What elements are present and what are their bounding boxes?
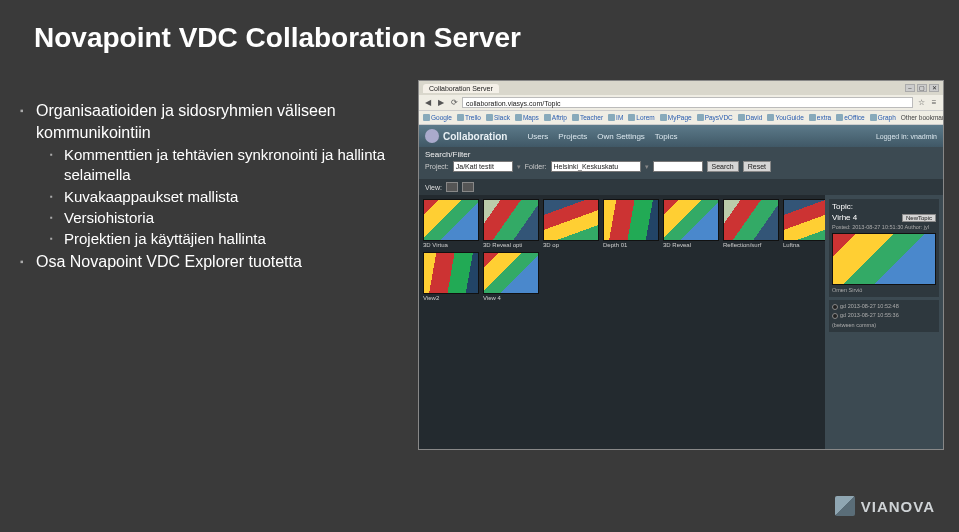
- bookmark-item[interactable]: Lorem: [628, 114, 654, 121]
- browser-tabstrip: Collaboration Server – ▢ ✕: [419, 81, 943, 95]
- bookmark-item[interactable]: PaysVDC: [697, 114, 733, 121]
- tab-projects[interactable]: Projects: [558, 132, 587, 141]
- thumbnail-item[interactable]: 3D op: [543, 199, 599, 248]
- thumbnail-item[interactable]: Depth 01: [603, 199, 659, 248]
- topic-meta: Posted: 2013-08-27 10:51:30 Author: jyl: [832, 224, 936, 231]
- back-icon[interactable]: ◀: [423, 98, 433, 108]
- browser-window: Collaboration Server – ▢ ✕ ◀ ▶ ⟳ collabo…: [418, 80, 944, 450]
- project-label: Project:: [425, 163, 449, 170]
- other-bookmarks[interactable]: Other bookmarks: [901, 114, 943, 121]
- sub-bullet-3: Versiohistoria: [50, 208, 400, 228]
- folder-label: Folder:: [525, 163, 547, 170]
- thumbnail-item[interactable]: 3D Reveal opti: [483, 199, 539, 248]
- topic-preview-image[interactable]: [832, 233, 936, 285]
- browser-tab[interactable]: Collaboration Server: [423, 84, 499, 93]
- bookmark-item[interactable]: eOffice: [836, 114, 864, 121]
- project-select[interactable]: Ja/Katl testit: [453, 161, 513, 172]
- url-input[interactable]: collaboration.viasys.com/Topic: [462, 97, 913, 108]
- slide-title: Novapoint VDC Collaboration Server: [34, 22, 521, 54]
- sub-bullet-4: Projektien ja käyttäjien hallinta: [50, 229, 400, 249]
- window-close-icon[interactable]: ✕: [929, 84, 939, 92]
- star-icon[interactable]: ☆: [916, 98, 926, 108]
- bookmark-item[interactable]: MyPage: [660, 114, 692, 121]
- bookmark-item[interactable]: Maps: [515, 114, 539, 121]
- history-panel: gd 2013-08-27 10:52:48 gd 2013-08-27 10:…: [829, 300, 939, 331]
- bookmark-item[interactable]: Teacher: [572, 114, 603, 121]
- comment-hint: (between comma): [832, 322, 936, 329]
- thumbnail-item[interactable]: 3D Reveal: [663, 199, 719, 248]
- thumbnail-item[interactable]: View2: [423, 252, 479, 301]
- search-button[interactable]: Search: [707, 161, 739, 172]
- new-topic-button[interactable]: NewTopic: [902, 214, 936, 222]
- bookmark-item[interactable]: IM: [608, 114, 623, 121]
- thumbnail-item[interactable]: View 4: [483, 252, 539, 301]
- address-bar: ◀ ▶ ⟳ collaboration.viasys.com/Topic ☆ ≡: [419, 95, 943, 111]
- radio-icon[interactable]: [832, 304, 838, 310]
- thumbnail-gallery: 3D Virtua 3D Reveal opti 3D op Depth 01 …: [419, 195, 825, 449]
- brand-name: VIANOVA: [861, 498, 935, 515]
- view-list-icon[interactable]: [462, 182, 474, 192]
- topic-panel: Topic: Virhe 4 NewTopic Posted: 2013-08-…: [829, 199, 939, 297]
- radio-icon[interactable]: [832, 313, 838, 319]
- bookmarks-bar: Google Trello Slack Maps Aftrip Teacher …: [419, 111, 943, 125]
- bullet-2: Osa Novapoint VDC Explorer tuotetta: [20, 251, 400, 273]
- view-grid-icon[interactable]: [446, 182, 458, 192]
- forward-icon[interactable]: ▶: [436, 98, 446, 108]
- bookmark-item[interactable]: Slack: [486, 114, 510, 121]
- login-status: Logged in: vnadmin: [876, 133, 937, 140]
- bookmark-item[interactable]: Aftrip: [544, 114, 567, 121]
- bullet-1: Organisaatioiden ja sidosryhmien välisee…: [20, 100, 400, 249]
- reload-icon[interactable]: ⟳: [449, 98, 459, 108]
- tab-own-settings[interactable]: Own Settings: [597, 132, 645, 141]
- filter-title: Search/Filter: [425, 150, 937, 159]
- history-entry[interactable]: gd 2013-08-27 10:55:36: [832, 312, 936, 319]
- topic-title: Virhe 4: [832, 213, 857, 222]
- filter-bar: Search/Filter Project: Ja/Katl testit ▾ …: [419, 147, 943, 179]
- author-name: Omen Sirviö: [832, 287, 936, 294]
- app-logo-icon: [425, 129, 439, 143]
- bookmark-item[interactable]: extra: [809, 114, 831, 121]
- app-title: Collaboration: [443, 131, 507, 142]
- footer-brand: VIANOVA: [835, 496, 935, 516]
- sub-bullet-1: Kommenttien ja tehtävien synkronointi ja…: [50, 145, 400, 186]
- reset-button[interactable]: Reset: [743, 161, 771, 172]
- bookmark-item[interactable]: Graph: [870, 114, 896, 121]
- bullet-list: Organisaatioiden ja sidosryhmien välisee…: [20, 100, 400, 275]
- thumbnail-item[interactable]: Luftna: [783, 199, 825, 248]
- menu-icon[interactable]: ≡: [929, 98, 939, 108]
- search-input[interactable]: [653, 161, 703, 172]
- bookmark-item[interactable]: YouGuide: [767, 114, 803, 121]
- chevron-down-icon[interactable]: ▾: [517, 163, 521, 171]
- thumbnail-item[interactable]: Reflection/surf: [723, 199, 779, 248]
- app-header: Collaboration Users Projects Own Setting…: [419, 125, 943, 147]
- topic-label: Topic:: [832, 202, 853, 211]
- history-entry[interactable]: gd 2013-08-27 10:52:48: [832, 303, 936, 310]
- bookmark-item[interactable]: Google: [423, 114, 452, 121]
- window-maximize-icon[interactable]: ▢: [917, 84, 927, 92]
- brand-logo-icon: [835, 496, 855, 516]
- window-minimize-icon[interactable]: –: [905, 84, 915, 92]
- bookmark-item[interactable]: David: [738, 114, 763, 121]
- thumbnail-item[interactable]: 3D Virtua: [423, 199, 479, 248]
- view-row: View:: [419, 179, 943, 195]
- app-tabs: Users Projects Own Settings Topics: [527, 132, 677, 141]
- view-label: View:: [425, 184, 442, 191]
- sub-bullet-2: Kuvakaappaukset mallista: [50, 187, 400, 207]
- folder-select[interactable]: Helsinki_Keskuskatu: [551, 161, 641, 172]
- side-panel: Topic: Virhe 4 NewTopic Posted: 2013-08-…: [825, 195, 943, 449]
- bookmark-item[interactable]: Trello: [457, 114, 481, 121]
- chevron-down-icon[interactable]: ▾: [645, 163, 649, 171]
- main-area: 3D Virtua 3D Reveal opti 3D op Depth 01 …: [419, 195, 943, 449]
- tab-topics[interactable]: Topics: [655, 132, 678, 141]
- tab-users[interactable]: Users: [527, 132, 548, 141]
